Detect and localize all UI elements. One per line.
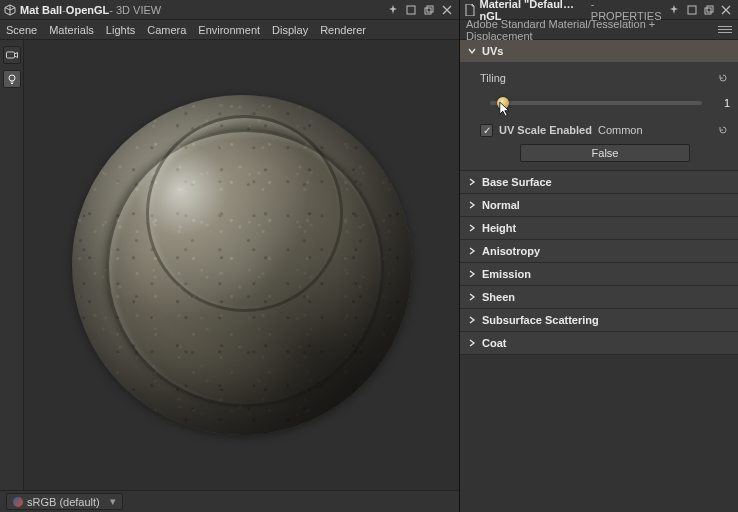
viewport-title-renderer: OpenGL: [66, 4, 109, 16]
tiling-label: Tiling: [480, 72, 506, 84]
section-label: Sheen: [482, 291, 515, 303]
colorspace-label: sRGB (default): [27, 496, 100, 508]
colorspace-select[interactable]: sRGB (default) ▾: [6, 493, 123, 510]
section-label: Subsurface Scattering: [482, 314, 599, 326]
slider-thumb[interactable]: [497, 97, 509, 109]
section-header-sheen[interactable]: Sheen: [460, 286, 738, 308]
section-uvs: UVs Tiling: [460, 40, 738, 171]
viewport-title-suffix: - 3D VIEW: [109, 4, 161, 16]
section-header-anisotropy[interactable]: Anisotropy: [460, 240, 738, 262]
viewport-title-main: Mat Ball: [20, 4, 62, 16]
viewport-titlebar: Mat Ball - OpenGL - 3D VIEW: [0, 0, 459, 20]
tool-light[interactable]: [3, 70, 21, 88]
section-label: Emission: [482, 268, 531, 280]
matball-preview: [72, 95, 412, 435]
tab-scene[interactable]: Scene: [6, 24, 37, 36]
popout-icon[interactable]: [701, 2, 716, 18]
reset-icon[interactable]: [716, 71, 730, 85]
close-icon[interactable]: [719, 2, 734, 18]
chevron-down-icon: [468, 47, 478, 55]
properties-body: UVs Tiling: [460, 40, 738, 512]
colorspace-swatch-icon: [13, 497, 23, 507]
popout-icon[interactable]: [421, 2, 437, 18]
tiling-slider[interactable]: [490, 101, 702, 105]
section-header-base-surface[interactable]: Base Surface: [460, 171, 738, 193]
svg-rect-0: [407, 6, 415, 14]
chevron-down-icon: ▾: [110, 495, 116, 508]
tab-renderer[interactable]: Renderer: [320, 24, 366, 36]
section-label: Height: [482, 222, 516, 234]
svg-rect-6: [705, 8, 711, 14]
uv-scale-checkbox[interactable]: [480, 124, 493, 137]
section-header-normal[interactable]: Normal: [460, 194, 738, 216]
svg-rect-5: [688, 6, 696, 14]
chevron-right-icon: [468, 339, 478, 347]
tiling-value: 1: [710, 97, 730, 109]
svg-rect-7: [707, 6, 713, 12]
chevron-right-icon: [468, 270, 478, 278]
section-header-subsurface[interactable]: Subsurface Scattering: [460, 309, 738, 331]
section-label-uvs: UVs: [482, 45, 503, 57]
tab-camera[interactable]: Camera: [147, 24, 186, 36]
svg-point-4: [9, 75, 15, 81]
maximize-icon[interactable]: [403, 2, 419, 18]
pin-icon[interactable]: [667, 2, 682, 18]
viewport-panel: Mat Ball - OpenGL - 3D VIEW Scene Materi…: [0, 0, 460, 512]
svg-rect-3: [6, 52, 14, 58]
section-header-height[interactable]: Height: [460, 217, 738, 239]
pin-icon[interactable]: [385, 2, 401, 18]
section-header-emission[interactable]: Emission: [460, 263, 738, 285]
properties-panel: Material "Defaul…nGL - PROPERTIES Adobe …: [460, 0, 738, 512]
tab-materials[interactable]: Materials: [49, 24, 94, 36]
section-header-coat[interactable]: Coat: [460, 332, 738, 354]
svg-rect-2: [427, 6, 433, 12]
viewport-tabs: Scene Materials Lights Camera Environmen…: [0, 20, 459, 40]
chevron-right-icon: [468, 201, 478, 209]
tool-camera[interactable]: [3, 46, 21, 64]
properties-subheader: Adobe Standard Material/Tesselation + Di…: [460, 20, 738, 40]
section-label: Normal: [482, 199, 520, 211]
chevron-right-icon: [468, 293, 478, 301]
section-label: Coat: [482, 337, 506, 349]
section-label: Base Surface: [482, 176, 552, 188]
tab-environment[interactable]: Environment: [198, 24, 260, 36]
uv-scale-label: UV Scale Enabled: [499, 124, 592, 136]
close-icon[interactable]: [439, 2, 455, 18]
chevron-right-icon: [468, 224, 478, 232]
chevron-right-icon: [468, 247, 478, 255]
uv-scale-mode: Common: [598, 124, 643, 136]
viewport-3d[interactable]: [24, 40, 459, 490]
chevron-right-icon: [468, 178, 478, 186]
chevron-right-icon: [468, 316, 478, 324]
section-label: Anisotropy: [482, 245, 540, 257]
document-icon: [464, 4, 475, 16]
maximize-icon[interactable]: [684, 2, 699, 18]
tab-lights[interactable]: Lights: [106, 24, 135, 36]
viewport-bottombar: sRGB (default) ▾: [0, 490, 459, 512]
tab-display[interactable]: Display: [272, 24, 308, 36]
reset-icon[interactable]: [716, 123, 730, 137]
section-header-uvs[interactable]: UVs: [460, 40, 738, 62]
uv-scale-value[interactable]: False: [520, 144, 690, 162]
svg-rect-1: [425, 8, 431, 14]
viewport-toolbar: [0, 40, 24, 490]
material-path: Adobe Standard Material/Tesselation + Di…: [466, 18, 718, 42]
cube-icon: [4, 4, 16, 16]
hamburger-icon[interactable]: [718, 23, 732, 37]
